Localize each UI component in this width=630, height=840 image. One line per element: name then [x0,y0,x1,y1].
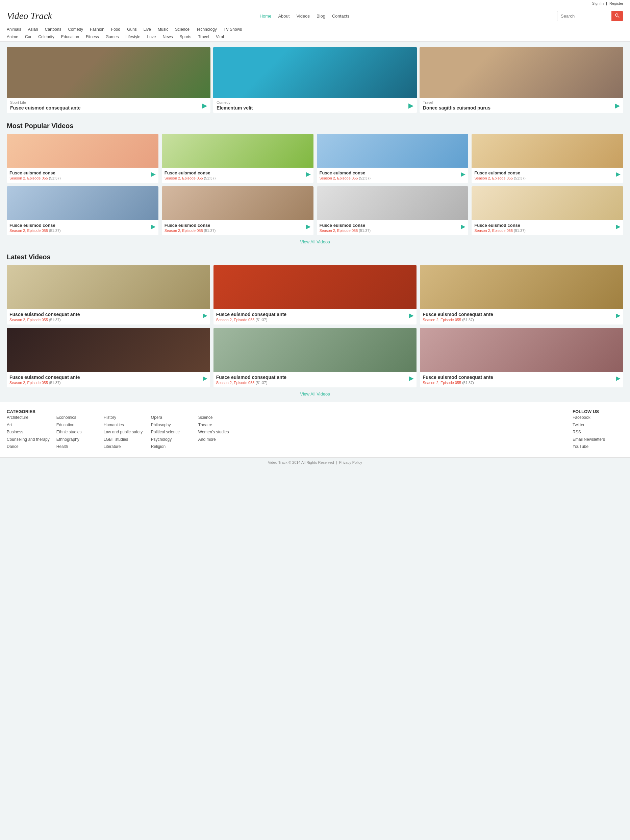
nav-blog[interactable]: Blog [317,14,325,19]
nav-contacts[interactable]: Contacts [332,14,349,19]
play-icon-lv-3[interactable]: ▶ [203,374,208,382]
cat-live[interactable]: Live [143,27,151,32]
video-card-mp-0[interactable]: Fusce euismod conse Season 2, Episode 05… [7,134,158,183]
video-card-lv-1[interactable]: Fusce euismod consequat ante Season 2, E… [214,265,417,325]
cat-fashion[interactable]: Fashion [90,27,104,32]
footer-link-education[interactable]: Education [57,422,97,429]
footer-link-science[interactable]: Science [198,414,239,422]
hero-play-1[interactable]: ▶ [408,101,413,109]
play-icon-mp-2[interactable]: ▶ [461,171,466,178]
cat-guns[interactable]: Guns [127,27,137,32]
footer-link-andmore[interactable]: And more [198,436,239,444]
cat-technology[interactable]: Technology [196,27,217,32]
footer-link-humanities[interactable]: Humanities [104,422,144,429]
footer-link-political[interactable]: Political science [151,429,192,436]
play-icon-lv-5[interactable]: ▶ [616,374,621,382]
cat-tvshows[interactable]: TV Shows [224,27,242,32]
play-icon-mp-3[interactable]: ▶ [616,171,621,178]
footer-link-youtube[interactable]: YouTube [573,443,623,451]
footer-link-theatre[interactable]: Theatre [198,422,239,429]
cat-science[interactable]: Science [175,27,189,32]
video-card-lv-2[interactable]: Fusce euismod consequat ante Season 2, E… [420,265,623,325]
footer-link-opera[interactable]: Opera [151,414,192,422]
hero-card-2[interactable]: Travel Donec sagittis euismod purus ▶ [419,47,623,113]
cat-sports[interactable]: Sports [180,35,192,39]
register-link[interactable]: Register [610,2,623,5]
play-icon-lv-0[interactable]: ▶ [203,312,208,319]
nav-about[interactable]: About [278,14,290,19]
play-icon-mp-0[interactable]: ▶ [151,171,156,178]
footer-link-email-newsletters[interactable]: Email Newsletters [573,436,623,444]
play-icon-lv-2[interactable]: ▶ [616,312,621,319]
hero-card-1[interactable]: Comedy Elementum velit ▶ [213,47,417,113]
footer-link-literature[interactable]: Literature [104,443,144,451]
footer-link-art[interactable]: Art [7,422,50,429]
play-icon-mp-6[interactable]: ▶ [461,223,466,230]
video-card-mp-1[interactable]: Fusce euismod conse Season 2, Episode 05… [162,134,313,183]
video-sub-mp-3: Season 2, Episode 055 (51:37) [474,176,621,180]
cat-comedy[interactable]: Comedy [68,27,83,32]
hero-play-2[interactable]: ▶ [615,101,620,109]
video-card-lv-0[interactable]: Fusce euismod consequat ante Season 2, E… [7,265,210,325]
cat-education[interactable]: Education [61,35,79,39]
play-icon-mp-7[interactable]: ▶ [616,223,621,230]
footer-link-religion[interactable]: Religion [151,443,192,451]
play-icon-lv-4[interactable]: ▶ [409,374,414,382]
video-card-mp-2[interactable]: Fusce euismod conse Season 2, Episode 05… [317,134,469,183]
play-icon-mp-4[interactable]: ▶ [151,223,156,230]
footer-link-lgbt[interactable]: LGBT studies [104,436,144,444]
footer-link-philosophy[interactable]: Philosophy [151,422,192,429]
search-button[interactable] [611,11,623,21]
cat-celebrity[interactable]: Celebrity [38,35,54,39]
footer-link-business[interactable]: Business [7,429,50,436]
footer-link-ethnography[interactable]: Ethnography [57,436,97,444]
cat-anime[interactable]: Anime [7,35,18,39]
footer-link-dance[interactable]: Dance [7,443,50,451]
cat-cartoons[interactable]: Cartoons [45,27,61,32]
footer-link-psychology[interactable]: Psychology [151,436,192,444]
footer-privacy-link[interactable]: Privacy Policy [339,460,362,464]
footer-link-counseling[interactable]: Counseling and therapy [7,436,50,444]
cat-music[interactable]: Music [158,27,168,32]
video-card-lv-3[interactable]: Fusce euismod consequat ante Season 2, E… [7,328,210,387]
footer-link-ethnic-studies[interactable]: Ethnic studies [57,429,97,436]
footer-link-history[interactable]: History [104,414,144,422]
footer-link-facebook[interactable]: Facebook [573,414,623,422]
cat-news[interactable]: News [163,35,173,39]
video-card-mp-3[interactable]: Fusce euismod conse Season 2, Episode 05… [472,134,623,183]
cat-games[interactable]: Games [106,35,119,39]
cat-travel[interactable]: Travel [198,35,209,39]
footer-link-twitter[interactable]: Twitter [573,422,623,429]
signin-link[interactable]: Sign In [592,2,604,5]
cat-car[interactable]: Car [25,35,32,39]
video-card-mp-4[interactable]: Fusce euismod conse Season 2, Episode 05… [7,186,158,235]
footer-link-rss[interactable]: RSS [573,429,623,436]
play-icon-mp-5[interactable]: ▶ [306,223,311,230]
cat-viral[interactable]: Viral [216,35,224,39]
view-all-latest-link[interactable]: View All Videos [300,392,330,396]
cat-love[interactable]: Love [147,35,156,39]
footer-link-health[interactable]: Health [57,443,97,451]
search-input[interactable] [558,11,611,21]
cat-asian[interactable]: Asian [28,27,38,32]
play-icon-lv-1[interactable]: ▶ [409,312,414,319]
nav-videos[interactable]: Videos [296,14,310,19]
cat-animals[interactable]: Animals [7,27,21,32]
cat-fitness[interactable]: Fitness [86,35,99,39]
cat-lifestyle[interactable]: Lifestyle [125,35,140,39]
hero-play-0[interactable]: ▶ [202,101,207,109]
view-all-popular-link[interactable]: View All Videos [300,239,330,245]
hero-card-0[interactable]: Sport Life Fusce euismod consequat ante … [7,47,211,113]
footer-link-law[interactable]: Law and public safety [104,429,144,436]
cat-food[interactable]: Food [111,27,120,32]
nav-home[interactable]: Home [260,14,272,19]
video-card-mp-5[interactable]: Fusce euismod conse Season 2, Episode 05… [162,186,313,235]
video-card-mp-6[interactable]: Fusce euismod conse Season 2, Episode 05… [317,186,469,235]
footer-link-architecture[interactable]: Architecture [7,414,50,422]
video-card-lv-5[interactable]: Fusce euismod consequat ante Season 2, E… [420,328,623,387]
play-icon-mp-1[interactable]: ▶ [306,171,311,178]
footer-link-economics[interactable]: Economics [57,414,97,422]
video-card-lv-4[interactable]: Fusce euismod consequat ante Season 2, E… [214,328,417,387]
footer-link-womens[interactable]: Women's studies [198,429,239,436]
video-card-mp-7[interactable]: Fusce euismod conse Season 2, Episode 05… [472,186,623,235]
